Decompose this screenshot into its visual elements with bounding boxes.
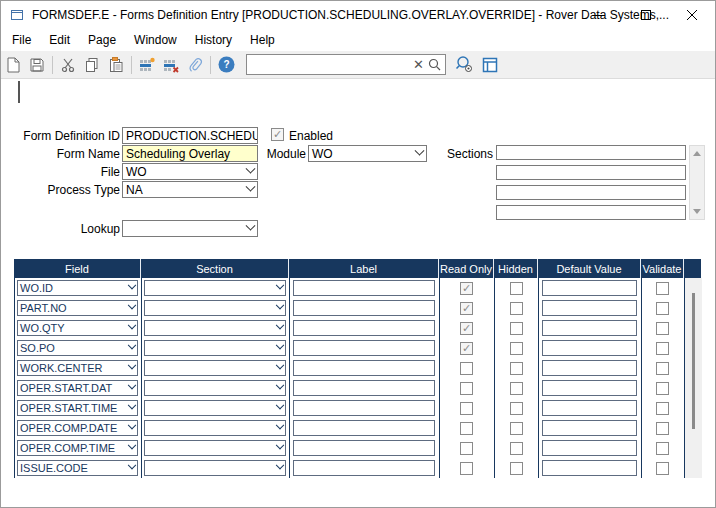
default-value-field[interactable]	[542, 320, 637, 336]
field-select[interactable]: OPER.START.TIME	[17, 400, 138, 416]
validate-checkbox[interactable]	[656, 442, 669, 455]
enabled-checkbox[interactable]	[271, 128, 284, 141]
section-select[interactable]	[144, 380, 286, 396]
menu-file[interactable]: File	[3, 30, 40, 50]
file-select[interactable]: WO	[122, 163, 258, 180]
hidden-checkbox[interactable]	[510, 302, 523, 315]
menu-page[interactable]: Page	[79, 30, 125, 50]
clear-search-icon[interactable]: ✕	[409, 57, 428, 72]
cut-button[interactable]	[56, 53, 80, 77]
layout-button[interactable]	[478, 53, 502, 77]
grid-scrollbar-thumb[interactable]	[692, 293, 695, 429]
label-field[interactable]	[293, 440, 435, 456]
validate-checkbox[interactable]	[656, 362, 669, 375]
default-value-field[interactable]	[542, 360, 637, 376]
hidden-checkbox[interactable]	[510, 462, 523, 475]
hidden-checkbox[interactable]	[510, 442, 523, 455]
search-icon[interactable]	[428, 58, 445, 71]
menu-help[interactable]: Help	[241, 30, 284, 50]
label-field[interactable]	[293, 360, 435, 376]
menu-edit[interactable]: Edit	[40, 30, 79, 50]
insert-row-button[interactable]	[135, 53, 159, 77]
process-type-select[interactable]: NA	[122, 181, 258, 198]
paste-button[interactable]	[104, 53, 128, 77]
sections-field-4[interactable]	[496, 205, 686, 220]
form-definition-id-field[interactable]: PRODUCTION.SCHEDULING.OVERLAY.OVERRIDE	[122, 127, 258, 144]
close-button[interactable]	[669, 1, 715, 29]
field-select[interactable]: WO.QTY	[17, 320, 138, 336]
lookup-select[interactable]	[122, 220, 258, 237]
menu-history[interactable]: History	[186, 30, 241, 50]
field-select[interactable]: PART.NO	[17, 300, 138, 316]
field-select[interactable]: OPER.COMP.TIME	[17, 440, 138, 456]
read-only-checkbox[interactable]	[460, 382, 473, 395]
default-value-field[interactable]	[542, 280, 637, 296]
help-button[interactable]: ?	[214, 53, 238, 77]
section-select[interactable]	[144, 280, 286, 296]
hidden-checkbox[interactable]	[510, 362, 523, 375]
minimize-button[interactable]	[577, 1, 623, 29]
hidden-checkbox[interactable]	[510, 402, 523, 415]
validate-checkbox[interactable]	[656, 302, 669, 315]
validate-checkbox[interactable]	[656, 422, 669, 435]
new-document-button[interactable]	[1, 53, 25, 77]
section-select[interactable]	[144, 320, 286, 336]
default-value-field[interactable]	[542, 400, 637, 416]
section-select[interactable]	[144, 440, 286, 456]
sections-field-1[interactable]	[496, 145, 686, 160]
label-field[interactable]	[293, 420, 435, 436]
copy-button[interactable]	[80, 53, 104, 77]
save-button[interactable]	[25, 53, 49, 77]
form-name-field[interactable]: Scheduling Overlay	[122, 145, 258, 162]
field-select[interactable]: OPER.COMP.DATE	[17, 420, 138, 436]
label-field[interactable]	[293, 380, 435, 396]
read-only-checkbox[interactable]	[460, 302, 473, 315]
read-only-checkbox[interactable]	[460, 282, 473, 295]
scroll-up-icon[interactable]	[693, 151, 701, 156]
label-field[interactable]	[293, 340, 435, 356]
menu-window[interactable]: Window	[125, 30, 186, 50]
default-value-field[interactable]	[542, 420, 637, 436]
default-value-field[interactable]	[542, 340, 637, 356]
read-only-checkbox[interactable]	[460, 422, 473, 435]
zoom-preview-button[interactable]	[452, 53, 476, 77]
sections-scrollbar[interactable]	[689, 145, 705, 220]
section-select[interactable]	[144, 420, 286, 436]
validate-checkbox[interactable]	[656, 382, 669, 395]
default-value-field[interactable]	[542, 460, 637, 476]
label-field[interactable]	[293, 400, 435, 416]
module-select[interactable]: WO	[308, 145, 427, 162]
search-input[interactable]: ✕	[246, 54, 446, 75]
field-select[interactable]: WO.ID	[17, 280, 138, 296]
hidden-checkbox[interactable]	[510, 342, 523, 355]
read-only-checkbox[interactable]	[460, 322, 473, 335]
maximize-button[interactable]	[623, 1, 669, 29]
label-field[interactable]	[293, 280, 435, 296]
hidden-checkbox[interactable]	[510, 282, 523, 295]
read-only-checkbox[interactable]	[460, 362, 473, 375]
section-select[interactable]	[144, 360, 286, 376]
field-select[interactable]: SO.PO	[17, 340, 138, 356]
section-select[interactable]	[144, 460, 286, 476]
validate-checkbox[interactable]	[656, 402, 669, 415]
attachment-button[interactable]	[183, 53, 207, 77]
hidden-checkbox[interactable]	[510, 322, 523, 335]
delete-row-button[interactable]	[159, 53, 183, 77]
section-select[interactable]	[144, 300, 286, 316]
field-select[interactable]: WORK.CENTER	[17, 360, 138, 376]
read-only-checkbox[interactable]	[460, 342, 473, 355]
validate-checkbox[interactable]	[656, 342, 669, 355]
field-select[interactable]: OPER.START.DAT	[17, 380, 138, 396]
read-only-checkbox[interactable]	[460, 462, 473, 475]
hidden-checkbox[interactable]	[510, 422, 523, 435]
sections-field-2[interactable]	[496, 165, 686, 180]
default-value-field[interactable]	[542, 300, 637, 316]
label-field[interactable]	[293, 460, 435, 476]
read-only-checkbox[interactable]	[460, 442, 473, 455]
label-field[interactable]	[293, 320, 435, 336]
scroll-down-icon[interactable]	[693, 209, 701, 214]
validate-checkbox[interactable]	[656, 322, 669, 335]
section-select[interactable]	[144, 400, 286, 416]
hidden-checkbox[interactable]	[510, 382, 523, 395]
grid-scrollbar[interactable]	[685, 278, 702, 478]
